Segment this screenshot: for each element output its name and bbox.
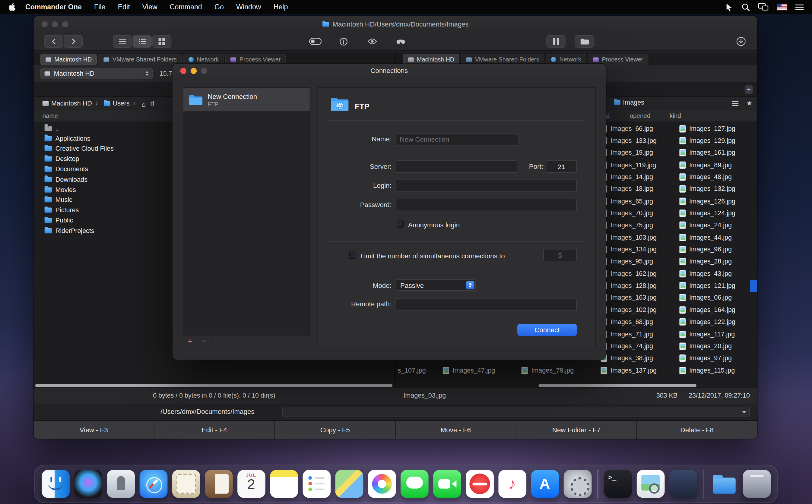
- function-key-button[interactable]: New Folder - F7: [517, 421, 637, 439]
- add-tab-button[interactable]: +: [745, 85, 753, 93]
- news-icon[interactable]: [466, 470, 494, 498]
- toggle-hidden-files-icon[interactable]: [305, 35, 325, 48]
- forward-button[interactable]: [64, 35, 83, 48]
- file-row[interactable]: Images_47.jpg: [443, 364, 495, 376]
- tab[interactable]: VMware Shared Folders: [99, 54, 182, 65]
- breadcrumb-item[interactable]: d: [130, 99, 154, 107]
- file-row[interactable]: Images_127.jpg: [679, 123, 757, 135]
- spotlight-search-icon[interactable]: [741, 3, 750, 11]
- login-input[interactable]: [396, 180, 577, 192]
- connection-list-item[interactable]: New Connection FTP: [183, 88, 310, 111]
- file-row[interactable]: Images_71.jpg: [601, 328, 678, 340]
- trash-icon[interactable]: [743, 470, 771, 498]
- menu-item[interactable]: File: [94, 3, 105, 11]
- apple-menu-icon[interactable]: [8, 3, 15, 11]
- view-detailed-button[interactable]: [133, 35, 152, 48]
- tab[interactable]: Macintosh HD: [40, 54, 97, 65]
- drive-selector[interactable]: Macintosh HD: [40, 68, 153, 79]
- file-row[interactable]: Images_95.jpg: [601, 256, 678, 268]
- launchpad-icon[interactable]: [107, 470, 135, 498]
- menu-item[interactable]: Command: [170, 3, 202, 11]
- itunes-icon[interactable]: ♪: [498, 470, 526, 498]
- file-row[interactable]: Images_38.jpg: [601, 352, 678, 364]
- dlfolder-icon[interactable]: [710, 470, 738, 498]
- dual-pane-button[interactable]: [546, 35, 566, 48]
- breadcrumb-item[interactable]: Images: [614, 99, 644, 106]
- chevron-down-icon[interactable]: [742, 411, 746, 414]
- anonymous-login-checkbox[interactable]: [396, 220, 404, 228]
- function-key-button[interactable]: View - F3: [34, 421, 154, 439]
- file-row[interactable]: Images_75.jpg: [601, 219, 678, 231]
- file-row[interactable]: Images_103.jpg: [601, 232, 678, 244]
- pointer-cursor-icon[interactable]: [725, 3, 733, 11]
- mail-icon[interactable]: [172, 470, 200, 498]
- file-row[interactable]: Images_134.jpg: [601, 244, 678, 256]
- file-row[interactable]: Images_132.jpg: [679, 183, 757, 195]
- window-titlebar[interactable]: Macintosh HD/Users/dmx/Documents/Images: [34, 16, 757, 32]
- file-row[interactable]: Images_162.jpg: [601, 268, 678, 280]
- file-row[interactable]: Images_44.jpg: [679, 232, 757, 244]
- input-source-flag-icon[interactable]: [777, 4, 787, 10]
- file-row[interactable]: Images_79.jpg: [522, 364, 574, 376]
- finder-icon[interactable]: [41, 470, 69, 498]
- file-row[interactable]: Images_20.jpg: [679, 340, 757, 352]
- kind-column-header[interactable]: kind: [670, 110, 681, 122]
- file-row[interactable]: Images_18.jpg: [601, 183, 678, 195]
- file-row[interactable]: Images_117.jpg: [679, 328, 757, 340]
- calendar-icon[interactable]: JUL 2: [237, 470, 265, 498]
- file-row[interactable]: Images_14.jpg: [601, 171, 678, 183]
- file-row[interactable]: Images_06.jpg: [679, 292, 757, 304]
- file-row[interactable]: Images_128.jpg: [601, 280, 678, 292]
- minimize-button[interactable]: [52, 21, 58, 27]
- file-row[interactable]: Images_164.jpg: [679, 304, 757, 316]
- breadcrumb-item[interactable]: Users: [92, 99, 130, 107]
- menu-item[interactable]: Go: [214, 3, 224, 11]
- view-brief-button[interactable]: [113, 35, 132, 48]
- remote-path-input[interactable]: [396, 298, 577, 310]
- file-row[interactable]: Images_121.jpg: [679, 280, 757, 292]
- safari-icon[interactable]: [139, 470, 167, 498]
- port-input[interactable]: [546, 160, 577, 173]
- info-icon[interactable]: [334, 35, 353, 48]
- function-key-button[interactable]: Delete - F8: [637, 421, 757, 439]
- file-row[interactable]: Images_96.jpg: [679, 244, 757, 256]
- file-row[interactable]: Images_19.jpg: [601, 147, 678, 159]
- file-row[interactable]: Images_122.jpg: [679, 316, 757, 328]
- file-row[interactable]: Images_129.jpg: [679, 135, 757, 147]
- file-row[interactable]: Images_124.jpg: [679, 207, 757, 219]
- file-row[interactable]: Images_24.jpg: [679, 219, 757, 231]
- menu-item[interactable]: Help: [273, 3, 288, 11]
- command-line-input[interactable]: [282, 407, 750, 417]
- file-row[interactable]: Images_133.jpg: [601, 135, 678, 147]
- horizontal-scrollbar[interactable]: [35, 384, 393, 387]
- close-button[interactable]: [41, 21, 48, 27]
- maps-icon[interactable]: [335, 470, 363, 498]
- installer-icon[interactable]: [669, 470, 697, 498]
- remove-connection-button[interactable]: −: [197, 335, 211, 347]
- search-binoculars-icon[interactable]: [391, 35, 410, 48]
- function-key-button[interactable]: Move - F6: [396, 421, 516, 439]
- file-row[interactable]: Images_70.jpg: [601, 207, 678, 219]
- contacts-icon[interactable]: [204, 470, 232, 498]
- server-input[interactable]: [396, 160, 517, 173]
- folder-button[interactable]: [575, 35, 594, 48]
- view-thumbnails-button[interactable]: [152, 35, 172, 48]
- connect-button[interactable]: Connect: [517, 324, 577, 336]
- app-menu[interactable]: Commander One: [25, 3, 82, 11]
- file-row[interactable]: Images_137.jpg: [601, 364, 678, 376]
- file-row[interactable]: Images_89.jpg: [679, 159, 757, 171]
- photos-icon[interactable]: [368, 470, 396, 498]
- minimize-button[interactable]: [191, 68, 197, 74]
- fullscreen-button[interactable]: [62, 21, 68, 27]
- file-row[interactable]: Images_28.jpg: [679, 256, 757, 268]
- preview-icon[interactable]: [637, 470, 665, 498]
- selected-file-fragment[interactable]: [750, 280, 757, 292]
- limit-input[interactable]: [543, 249, 577, 261]
- function-key-button[interactable]: Copy - F5: [275, 421, 395, 439]
- menu-item[interactable]: Edit: [118, 3, 130, 11]
- favorites-star-icon[interactable]: ★: [746, 98, 752, 108]
- file-row[interactable]: Images_68.jpg: [601, 316, 678, 328]
- file-row[interactable]: Images_102.jpg: [601, 304, 678, 316]
- name-input[interactable]: [396, 133, 519, 145]
- messages-icon[interactable]: [400, 470, 428, 498]
